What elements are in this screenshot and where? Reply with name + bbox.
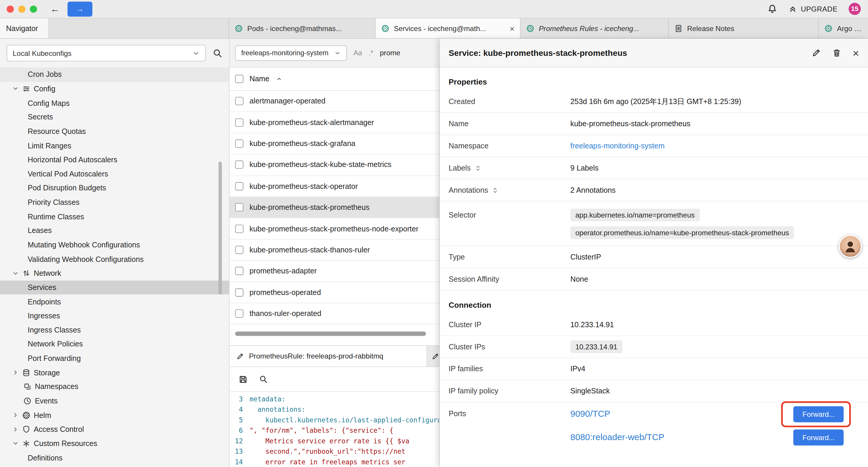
port-link[interactable]: 8080:reloader-web/TCP (570, 432, 664, 442)
row-checkbox[interactable] (235, 161, 243, 169)
trash-icon[interactable] (832, 48, 842, 58)
sidebar-item-custom-resources[interactable]: Custom Resources (0, 437, 229, 451)
sidebar-item-endpoints[interactable]: Endpoints (0, 295, 229, 309)
dock-tab-partial[interactable] (427, 346, 439, 366)
sidebar-item-mutating-webhook-configurations[interactable]: Mutating Webhook Configurations (0, 238, 229, 252)
yaml-editor[interactable]: 3metadata: 4 annotations: 5 kubectl.kube… (229, 392, 439, 467)
edit-icon[interactable] (812, 48, 821, 58)
expand-toggle-icon[interactable] (492, 187, 498, 193)
selector-chips: app.kubernetes.io/name=prometheus operat… (570, 209, 859, 239)
sidebar-item-ingresses[interactable]: Ingresses (0, 309, 229, 323)
upgrade-button[interactable]: UPGRADE (788, 4, 838, 13)
back-button[interactable]: ← (50, 4, 60, 13)
kubernetes-icon (235, 24, 243, 32)
name-column-header[interactable]: Name (249, 75, 269, 83)
tab-services[interactable]: Services - icecheng@math... × (375, 18, 521, 38)
sidebar-item-cron-jobs[interactable]: Cron Jobs (0, 67, 229, 82)
expand-toggle-icon[interactable] (474, 165, 481, 171)
search-icon[interactable] (212, 48, 222, 58)
table-row[interactable]: kube-prometheus-stack-alertmanager (229, 112, 439, 133)
sidebar-item-services[interactable]: Services (0, 281, 229, 295)
sidebar-item-horizontal-pod-autoscalers[interactable]: Horizontal Pod Autoscalers (0, 153, 229, 167)
sidebar-item-network[interactable]: Network (0, 266, 229, 281)
tab-prometheus-rules[interactable]: Prometheus Rules - icecheng... (521, 18, 669, 38)
bell-icon[interactable] (767, 4, 777, 14)
sidebar-item-namespaces[interactable]: Namespaces (0, 380, 229, 394)
row-checkbox[interactable] (235, 97, 243, 105)
field-label: Created (449, 97, 570, 106)
namespace-link[interactable]: freeleaps-monitoring-system (570, 142, 665, 150)
row-checkbox[interactable] (235, 267, 243, 275)
sidebar-item-secrets[interactable]: Secrets (0, 110, 229, 124)
sidebar-scrollbar[interactable] (219, 162, 222, 294)
table-row[interactable]: alertmanager-operated (229, 91, 439, 112)
table-row[interactable]: kube-prometheus-stack-operator (229, 176, 439, 197)
sidebar-item-config-maps[interactable]: Config Maps (0, 96, 229, 110)
kubeconfig-select[interactable]: Local Kubeconfigs (6, 45, 206, 61)
regex-toggle[interactable]: .* (369, 49, 373, 57)
save-icon[interactable] (239, 375, 248, 384)
sidebar-item-definitions[interactable]: Definitions (0, 451, 229, 465)
row-checkbox[interactable] (235, 245, 243, 254)
select-all-checkbox[interactable] (235, 75, 243, 83)
sidebar-item-network-policies[interactable]: Network Policies (0, 337, 229, 351)
services-list-pane: freeleaps-monitoring-system Aa .* Name a… (229, 39, 440, 467)
port-link[interactable]: 9090/TCP (570, 409, 610, 419)
row-checkbox[interactable] (235, 288, 243, 296)
close-panel-icon[interactable]: × (852, 47, 859, 58)
window-zoom-button[interactable] (30, 5, 37, 12)
forward-button[interactable]: Forward... (794, 406, 843, 422)
chevron-down-icon (12, 85, 19, 92)
sidebar-item-storage[interactable]: Storage (0, 366, 229, 380)
window-close-button[interactable] (6, 5, 13, 12)
tab-bar: Navigator Pods - icecheng@mathmas... Ser… (0, 18, 868, 39)
window-minimize-button[interactable] (18, 5, 25, 12)
editor-search-icon[interactable] (259, 375, 268, 384)
dock-tab-prometheusrule[interactable]: PrometheusRule: freeleaps-prod-rabbitmq (229, 346, 427, 366)
sidebar-item-config[interactable]: Config (0, 82, 229, 96)
namespace-select[interactable]: freeleaps-monitoring-system (235, 45, 347, 61)
forward-button[interactable]: → (67, 1, 92, 17)
sidebar-item-ingress-classes[interactable]: Ingress Classes (0, 323, 229, 337)
row-checkbox[interactable] (235, 203, 243, 211)
sidebar-item-priority-classes[interactable]: Priority Classes (0, 195, 229, 209)
search-input[interactable] (380, 49, 418, 57)
sidebar-item-vertical-pod-autoscalers[interactable]: Vertical Pod Autoscalers (0, 167, 229, 181)
row-checkbox[interactable] (235, 140, 243, 148)
notification-badge[interactable]: 15 (848, 3, 861, 15)
field-label: IP family policy (449, 387, 570, 395)
table-row[interactable]: kube-prometheus-stack-prometheus-node-ex… (229, 218, 439, 239)
sidebar-item-events[interactable]: Events (0, 394, 229, 408)
sidebar-item-helm[interactable]: Helm (0, 408, 229, 422)
row-checkbox[interactable] (235, 224, 243, 233)
presenter-avatar[interactable] (839, 235, 862, 258)
kubernetes-icon (381, 24, 390, 32)
tab-release-notes[interactable]: Release Notes (669, 18, 819, 38)
horizontal-scrollbar[interactable] (235, 332, 434, 336)
table-row[interactable]: kube-prometheus-stack-kube-state-metrics (229, 154, 439, 176)
tab-pods[interactable]: Pods - icecheng@mathmas... (229, 18, 375, 38)
table-header[interactable]: Name (229, 67, 439, 91)
table-row-selected[interactable]: kube-prometheus-stack-prometheus (229, 197, 439, 218)
table-row[interactable]: kube-prometheus-stack-grafana (229, 133, 439, 154)
row-checkbox[interactable] (235, 310, 243, 318)
sidebar-item-leases[interactable]: Leases (0, 224, 229, 238)
sidebar-item-access-control[interactable]: Access Control (0, 422, 229, 437)
sidebar-item-pod-disruption-budgets[interactable]: Pod Disruption Budgets (0, 181, 229, 195)
sidebar-item-runtime-classes[interactable]: Runtime Classes (0, 209, 229, 224)
sidebar-item-validating-webhook-configurations[interactable]: Validating Webhook Configurations (0, 252, 229, 266)
sidebar-item-limit-ranges[interactable]: Limit Ranges (0, 139, 229, 153)
table-row[interactable]: thanos-ruler-operated (229, 303, 439, 324)
table-row[interactable]: kube-prometheus-stack-thanos-ruler (229, 239, 439, 261)
row-checkbox[interactable] (235, 118, 243, 126)
sidebar-item-port-forwarding[interactable]: Port Forwarding (0, 351, 229, 366)
match-case-toggle[interactable]: Aa (354, 49, 362, 57)
tab-argo[interactable]: Argo Se (819, 18, 868, 38)
close-tab-icon[interactable]: × (509, 24, 514, 33)
table-row[interactable]: prometheus-adapter (229, 261, 439, 282)
table-row[interactable]: prometheus-operated (229, 282, 439, 303)
scrollbar-thumb[interactable] (235, 332, 426, 336)
sidebar-item-resource-quotas[interactable]: Resource Quotas (0, 124, 229, 138)
row-checkbox[interactable] (235, 182, 243, 191)
forward-button[interactable]: Forward... (794, 429, 843, 445)
